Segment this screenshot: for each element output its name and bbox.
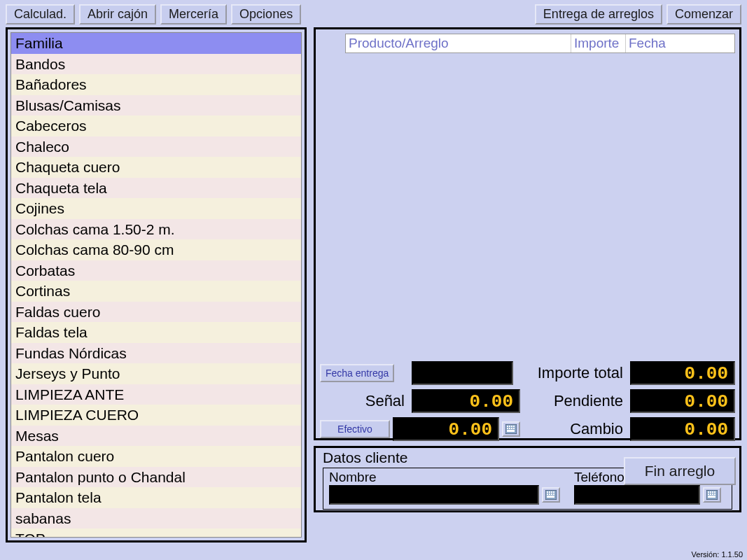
family-item[interactable]: Chaqueta cuero bbox=[11, 157, 301, 178]
efectivo-value: 0.00 bbox=[393, 417, 499, 441]
efectivo-button[interactable]: Efectivo bbox=[320, 420, 390, 438]
svg-rect-8 bbox=[513, 428, 515, 429]
family-item[interactable]: Bandos bbox=[11, 54, 301, 75]
svg-rect-22 bbox=[710, 491, 711, 493]
svg-rect-15 bbox=[547, 493, 548, 495]
svg-rect-7 bbox=[511, 428, 512, 429]
family-item[interactable]: Cabeceros bbox=[11, 115, 301, 136]
calc-button[interactable]: Calculad. bbox=[6, 4, 75, 24]
family-item[interactable]: sabanas bbox=[11, 508, 301, 529]
keypad-icon[interactable] bbox=[703, 487, 721, 503]
svg-rect-2 bbox=[509, 426, 510, 427]
family-item[interactable]: Bañadores bbox=[11, 74, 301, 95]
family-item[interactable]: Blusas/Camisas bbox=[11, 95, 301, 116]
family-item[interactable]: Faldas tela bbox=[11, 322, 301, 343]
fin-arreglo-button[interactable]: Fin arreglo bbox=[624, 457, 736, 485]
col-product: Producto/Arreglo bbox=[346, 34, 571, 52]
svg-rect-14 bbox=[553, 491, 554, 493]
family-item[interactable]: Fundas Nórdicas bbox=[11, 343, 301, 364]
family-item[interactable]: Colchas cama 80-90 cm bbox=[11, 239, 301, 260]
svg-rect-21 bbox=[708, 491, 709, 493]
family-item[interactable]: Pantalon cuero bbox=[11, 446, 301, 467]
family-item[interactable]: Cojines bbox=[11, 198, 301, 219]
importe-total-label: Importe total bbox=[524, 364, 626, 382]
family-item[interactable]: LIMPIEZA CUERO bbox=[11, 405, 301, 426]
keypad-icon[interactable] bbox=[542, 487, 560, 503]
svg-rect-28 bbox=[714, 493, 715, 495]
family-header: Familia bbox=[11, 33, 301, 54]
delivery-button[interactable]: Entrega de arreglos bbox=[535, 4, 662, 24]
svg-rect-24 bbox=[714, 491, 715, 493]
keypad-icon[interactable] bbox=[502, 421, 520, 437]
family-item[interactable]: Chaqueta tela bbox=[11, 178, 301, 199]
family-panel: FamiliaBandosBañadoresBlusas/CamisasCabe… bbox=[6, 27, 307, 542]
ticket-panel: Producto/Arreglo Importe Fecha Fecha ent… bbox=[314, 27, 741, 440]
col-amount: Importe bbox=[571, 34, 626, 52]
family-item[interactable]: TOP bbox=[11, 528, 301, 538]
svg-rect-18 bbox=[553, 493, 554, 495]
svg-rect-17 bbox=[551, 493, 552, 495]
family-item[interactable]: Faldas cuero bbox=[11, 302, 301, 323]
svg-rect-27 bbox=[712, 493, 713, 495]
senal-label: Señal bbox=[320, 392, 407, 410]
family-item[interactable]: Corbatas bbox=[11, 260, 301, 281]
family-item[interactable]: Colchas cama 1.50-2 m. bbox=[11, 219, 301, 240]
family-item[interactable]: Mesas bbox=[11, 426, 301, 447]
family-item[interactable]: Cortinas bbox=[11, 281, 301, 302]
cambio-label: Cambio bbox=[524, 420, 626, 438]
options-button[interactable]: Opciones bbox=[231, 4, 301, 24]
svg-rect-11 bbox=[547, 491, 548, 493]
svg-rect-5 bbox=[507, 428, 508, 429]
svg-rect-26 bbox=[710, 493, 711, 495]
merceria-button[interactable]: Mercería bbox=[160, 4, 227, 24]
cambio-value: 0.00 bbox=[630, 417, 735, 441]
svg-rect-13 bbox=[551, 491, 552, 493]
fecha-entrega-value bbox=[412, 361, 513, 385]
svg-rect-19 bbox=[547, 496, 554, 498]
svg-rect-4 bbox=[513, 426, 515, 427]
family-item[interactable]: LIMPIEZA ANTE bbox=[11, 384, 301, 405]
family-list[interactable]: FamiliaBandosBañadoresBlusas/CamisasCabe… bbox=[11, 32, 302, 538]
col-date: Fecha bbox=[626, 34, 734, 52]
fecha-entrega-button[interactable]: Fecha entrega bbox=[320, 364, 394, 382]
family-item[interactable]: Pantalon punto o Chandal bbox=[11, 467, 301, 488]
family-item[interactable]: Chaleco bbox=[11, 136, 301, 158]
svg-rect-6 bbox=[509, 428, 510, 429]
start-button[interactable]: Comenzar bbox=[666, 4, 741, 24]
ticket-table: Producto/Arreglo Importe Fecha bbox=[320, 34, 735, 347]
svg-rect-16 bbox=[549, 493, 550, 495]
svg-rect-3 bbox=[511, 426, 512, 427]
svg-rect-9 bbox=[507, 430, 515, 432]
pendiente-label: Pendiente bbox=[524, 392, 626, 410]
svg-rect-25 bbox=[708, 493, 709, 495]
senal-value: 0.00 bbox=[412, 389, 520, 413]
top-toolbar: Calculad. Abrir cajón Mercería Opciones … bbox=[0, 0, 747, 27]
ticket-header: Producto/Arreglo Importe Fecha bbox=[345, 34, 735, 53]
open-drawer-button[interactable]: Abrir cajón bbox=[79, 4, 156, 24]
pendiente-value: 0.00 bbox=[630, 389, 735, 413]
svg-rect-1 bbox=[507, 426, 508, 427]
family-item[interactable]: Jerseys y Punto bbox=[11, 363, 301, 384]
version-label: Versión: 1.1.50 bbox=[692, 550, 743, 559]
svg-rect-12 bbox=[549, 491, 550, 493]
importe-total-value: 0.00 bbox=[630, 361, 735, 385]
client-phone-input[interactable] bbox=[574, 485, 700, 505]
svg-rect-23 bbox=[712, 491, 713, 493]
family-item[interactable]: Pantalon tela bbox=[11, 487, 301, 508]
totals-grid: Fecha entrega Importe total 0.00 Señal 0… bbox=[320, 361, 735, 441]
client-name-label: Nombre bbox=[329, 470, 560, 485]
svg-rect-29 bbox=[708, 496, 715, 498]
client-name-input[interactable] bbox=[329, 485, 539, 505]
